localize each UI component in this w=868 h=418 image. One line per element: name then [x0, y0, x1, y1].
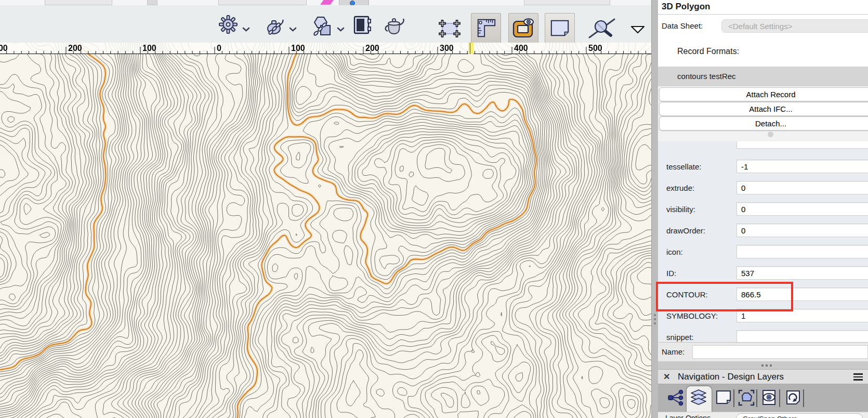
flyover-zoom-icon[interactable] [586, 17, 617, 40]
field-label: snippet: [666, 326, 694, 342]
drawing-canvas[interactable] [0, 43, 651, 418]
page-view-button[interactable] [545, 13, 575, 43]
record-field-row-draworder: drawOrder: [658, 220, 868, 241]
navigation-tab-bar [658, 384, 868, 412]
grip-dot [654, 318, 656, 320]
record-field-row-tessellate: tessellate: [658, 156, 868, 177]
attach-record-button[interactable]: Attach Record [659, 87, 868, 101]
ruler-toggle-button[interactable] [471, 13, 501, 43]
field-input[interactable] [737, 266, 868, 280]
selection-frame-icon[interactable] [438, 19, 462, 38]
object-info-palette: 3D Polygon Data Sheet: <Default Settings… [658, 0, 868, 418]
render-teapot-icon[interactable] [383, 17, 406, 36]
grip-dot [654, 314, 656, 316]
contour-highlight-annotation [656, 282, 793, 311]
field-label: visibility: [666, 199, 695, 219]
palette-splitter[interactable] [658, 361, 868, 369]
view-toolbar [0, 5, 651, 43]
name-row: Name: [658, 342, 868, 361]
chevron-down-icon[interactable] [337, 27, 345, 32]
tab-design-layers[interactable] [690, 389, 707, 407]
data-sheet-row: Data Sheet: <Default Settings> [658, 15, 868, 36]
tab-separator [756, 389, 757, 407]
record-field-row-visibility: visibility: [658, 199, 868, 219]
field-label: icon: [666, 241, 683, 262]
object-type-title: 3D Polygon [658, 0, 868, 14]
convert-link-icon[interactable] [310, 16, 333, 37]
tab-saved-views[interactable] [667, 389, 685, 407]
page-icon [549, 18, 571, 38]
record-format-item[interactable]: contours testRec [658, 67, 868, 86]
window-chrome-fragment [524, 0, 610, 5]
frame-eye-icon [512, 17, 535, 39]
grip-dot [654, 322, 656, 324]
splitter-dot [766, 364, 768, 367]
record-fields-section: tessellate:extrude:visibility:drawOrder:… [658, 141, 868, 342]
field-input[interactable] [737, 202, 868, 216]
window-chrome-strip [0, 0, 651, 5]
splitter-dot [761, 364, 764, 367]
tab-separator [803, 389, 804, 407]
app-window: 3D Polygon Data Sheet: <Default Settings… [0, 0, 868, 418]
field-input[interactable] [737, 330, 868, 342]
window-chrome-fragment [147, 0, 157, 5]
chevron-down-icon[interactable] [242, 27, 250, 32]
hamburger-menu-icon[interactable] [853, 373, 863, 382]
detach-button[interactable]: Detach... [659, 116, 868, 130]
tab-visibilities[interactable] [760, 389, 778, 407]
record-formats-label: Record Formats: [677, 47, 739, 56]
tab-sheet-layers[interactable] [715, 389, 732, 407]
record-formats-section: Record Formats: [658, 36, 868, 67]
record-field-row-icon: icon: [658, 241, 868, 262]
tool-icon-fragment [320, 0, 334, 5]
field-label: drawOrder: [666, 220, 705, 241]
clip-frame-icon[interactable] [352, 15, 372, 35]
field-input[interactable] [737, 224, 868, 237]
more-tools-dropdown-icon[interactable] [630, 25, 646, 34]
tab-separator [779, 389, 780, 407]
navigation-title: Navigation - Design Layers [678, 372, 784, 382]
layer-options-label: Layer Options [665, 414, 711, 418]
clipped-field-input[interactable] [737, 141, 868, 149]
field-label: extrude: [666, 177, 694, 198]
settings-gear-icon[interactable] [218, 15, 238, 34]
chevron-down-icon[interactable] [289, 27, 297, 32]
field-label: ID: [666, 263, 676, 283]
record-field-row-snippet: snippet: [658, 326, 868, 342]
window-chrome-fragment [45, 0, 112, 5]
field-input[interactable] [737, 160, 868, 173]
ruler-icon [475, 17, 497, 39]
scroll-handle-dot[interactable] [768, 132, 773, 137]
field-input[interactable] [737, 181, 868, 194]
close-icon[interactable]: ✕ [663, 372, 670, 382]
field-input[interactable] [737, 245, 868, 258]
name-label: Name: [662, 347, 685, 356]
data-sheet-label: Data Sheet: [662, 21, 703, 30]
record-field-row-id: ID: [658, 263, 868, 283]
palette-divider-strip[interactable] [651, 0, 659, 418]
tab-separator [733, 389, 734, 407]
view-frame-visibility-button[interactable] [508, 13, 538, 43]
window-chrome-fragment [218, 0, 307, 5]
navigation-palette-header: ✕ Navigation - Design Layers [658, 369, 868, 384]
attach-ifc-button[interactable]: Attach IFC... [659, 102, 868, 116]
name-input[interactable] [692, 345, 868, 359]
record-field-row-extrude: extrude: [658, 177, 868, 198]
tab-viewports[interactable] [738, 389, 755, 407]
layer-options-dropdown[interactable]: Gray/Snap Others [736, 413, 863, 418]
record-buttons-section: Attach Record Attach IFC... Detach... [658, 86, 868, 141]
splitter-dot [770, 364, 772, 367]
field-label: tessellate: [666, 156, 702, 177]
data-sheet-dropdown[interactable]: <Default Settings> [721, 19, 868, 33]
render-style-link-icon[interactable] [264, 16, 286, 37]
layer-options-row: Layer Options Gray/Snap Others [658, 412, 868, 418]
tab-references[interactable] [784, 389, 802, 407]
